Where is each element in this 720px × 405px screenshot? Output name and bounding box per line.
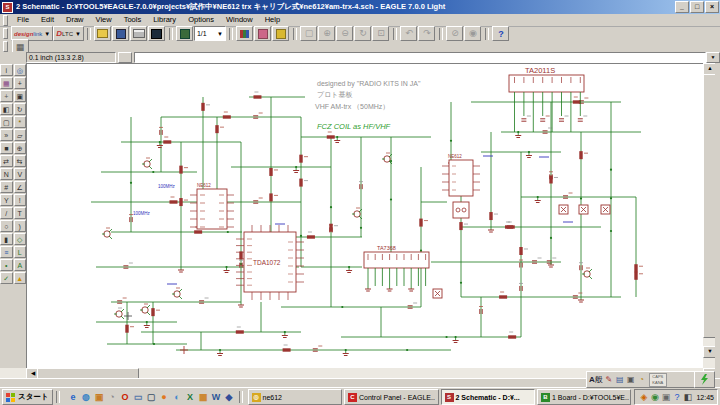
schematic-canvas[interactable]: TA2011SNE612TDA1072TA7368NE612designed b… — [26, 63, 704, 369]
quicklaunch-show-desktop[interactable]: ▭ — [132, 391, 145, 404]
zoom-redraw-button[interactable]: ↻ — [354, 26, 371, 41]
quicklaunch-excel[interactable]: X — [184, 391, 197, 404]
tool-rect[interactable]: ▮ — [0, 233, 13, 245]
tool-wire[interactable]: / — [0, 207, 13, 219]
tool-net[interactable]: L — [14, 246, 27, 258]
quicklaunch-media-player[interactable]: ◔ — [106, 391, 119, 404]
tool-move[interactable]: + — [0, 90, 13, 102]
tool-paste[interactable]: ▱ — [14, 129, 27, 141]
menu-window[interactable]: Window — [220, 15, 259, 24]
quicklaunch-browser[interactable]: ◐ — [171, 391, 184, 404]
tool-split[interactable]: Y — [0, 194, 13, 206]
tool-delete[interactable]: ■ — [0, 142, 13, 154]
redo-button[interactable]: ↷ — [418, 26, 435, 41]
open-button[interactable] — [94, 26, 111, 41]
tool-arc[interactable]: ) — [14, 220, 27, 232]
command-history-dropdown[interactable]: ▼ — [706, 52, 720, 63]
tool-errors[interactable]: ▲ — [14, 272, 27, 284]
tool-invoke[interactable]: ! — [14, 194, 27, 206]
tray-help-icon[interactable]: ? — [671, 392, 682, 403]
tool-polygon[interactable]: ◇ — [14, 233, 27, 245]
ltspice-dropdown[interactable]: DLTC▼ — [53, 26, 84, 41]
menu-help[interactable]: Help — [259, 15, 286, 24]
tray-display-icon[interactable]: ▣ — [660, 392, 671, 403]
command-input[interactable] — [137, 53, 705, 62]
tray-volume-icon[interactable]: ◧ — [682, 392, 693, 403]
tool-label[interactable]: A — [14, 259, 27, 271]
save-button[interactable] — [112, 26, 129, 41]
tool-copy[interactable]: ▣ — [14, 90, 27, 102]
tool-rotate[interactable]: ↻ — [14, 103, 27, 115]
ime-dictionary-icon[interactable]: ▤ — [615, 375, 625, 385]
quicklaunch-opera[interactable]: O — [119, 391, 132, 404]
close-button[interactable]: × — [705, 1, 719, 13]
cam-processor-button[interactable] — [148, 26, 165, 41]
zoom-out-button[interactable]: ⊖ — [336, 26, 353, 41]
tool-group[interactable]: ▢ — [0, 116, 13, 128]
ime-options-icon[interactable]: ◔ — [637, 375, 647, 385]
quicklaunch-pictures[interactable]: ▣ — [93, 391, 106, 404]
tool-show[interactable]: ◎ — [14, 64, 27, 76]
tool-add[interactable]: ⊕ — [14, 142, 27, 154]
quicklaunch-firefox[interactable]: ● — [158, 391, 171, 404]
quicklaunch-internet-explorer[interactable]: e — [67, 391, 80, 404]
ime-pad-icon[interactable]: ▣ — [626, 375, 636, 385]
go-button[interactable]: ◉ — [464, 26, 481, 41]
tool-value[interactable]: V — [14, 168, 27, 180]
menu-options[interactable]: Options — [182, 15, 220, 24]
tool-display[interactable]: ▦ — [0, 77, 13, 89]
menu-view[interactable]: View — [90, 15, 118, 24]
taskbar-window-1[interactable]: ◎ne612 — [248, 389, 342, 405]
global-attribute-button[interactable] — [272, 26, 289, 41]
tool-name[interactable]: N — [0, 168, 13, 180]
help-button[interactable]: ? — [492, 26, 509, 41]
quicklaunch-viewer[interactable]: ▦ — [197, 391, 210, 404]
vertical-scrollbar[interactable]: ▲ ▼ — [703, 63, 715, 368]
minimize-button[interactable]: _ — [675, 1, 689, 13]
tool-bus[interactable]: ≡ — [0, 246, 13, 258]
restore-button[interactable]: □ — [690, 1, 704, 13]
caps-kana-indicator[interactable]: CAPSKANA — [649, 373, 667, 387]
command-assist-button[interactable] — [118, 52, 132, 63]
print-button[interactable] — [130, 26, 147, 41]
tool-miter[interactable]: ∠ — [14, 181, 27, 193]
stop-button[interactable]: ⊘ — [446, 26, 463, 41]
taskbar-window-3[interactable]: S2 Schematic - D:¥... — [441, 389, 535, 405]
quicklaunch-messenger[interactable]: ◍ — [80, 391, 93, 404]
tool-smash[interactable]: # — [0, 181, 13, 193]
board-switch-button[interactable] — [176, 26, 193, 41]
tool-cut[interactable]: » — [0, 129, 13, 141]
menu-edit[interactable]: Edit — [35, 15, 60, 24]
ime-mode-general[interactable]: 般 — [595, 374, 603, 385]
attribute-button[interactable] — [254, 26, 271, 41]
quicklaunch-my-computer[interactable]: ▢ — [145, 391, 158, 404]
zoom-in-button[interactable]: ⊕ — [318, 26, 335, 41]
taskbar-window-2[interactable]: CControl Panel - EAGLE.. — [344, 389, 438, 405]
menu-file[interactable]: File — [11, 15, 35, 24]
sheet-selector[interactable]: 1/1▼ — [194, 26, 226, 41]
tool-mirror[interactable]: ◧ — [0, 103, 13, 115]
tool-gateswap[interactable]: ⇆ — [14, 155, 27, 167]
tool-change[interactable]: * — [14, 116, 27, 128]
tool-text[interactable]: T — [14, 207, 27, 219]
menu-tools[interactable]: Tools — [118, 15, 148, 24]
ime-language-bar[interactable]: A 般 ✎ ▤ ▣ ◔ CAPSKANA — [586, 371, 696, 388]
menu-library[interactable]: Library — [147, 15, 182, 24]
tool-circle[interactable]: ○ — [0, 220, 13, 232]
tray-antivirus-icon[interactable]: ◉ — [649, 392, 660, 403]
tray-update-icon[interactable]: ◈ — [638, 392, 649, 403]
tool-mark[interactable]: + — [14, 77, 27, 89]
tool-info[interactable]: i — [0, 64, 13, 76]
quicklaunch-app[interactable]: ◆ — [223, 391, 236, 404]
tool-pinswap[interactable]: ⇄ — [0, 155, 13, 167]
undo-button[interactable]: ↶ — [400, 26, 417, 41]
tool-erc[interactable]: ✓ — [0, 272, 13, 284]
start-button[interactable]: スタート — [2, 389, 53, 405]
quicklaunch-word[interactable]: W — [210, 391, 223, 404]
tool-junction[interactable]: • — [0, 259, 13, 271]
use-library-button[interactable] — [236, 26, 253, 41]
zoom-fit-button[interactable]: ▢ — [300, 26, 317, 41]
menu-draw[interactable]: Draw — [60, 15, 90, 24]
zoom-select-button[interactable]: ⊡ — [372, 26, 389, 41]
ime-tools-icon[interactable]: ✎ — [604, 375, 614, 385]
